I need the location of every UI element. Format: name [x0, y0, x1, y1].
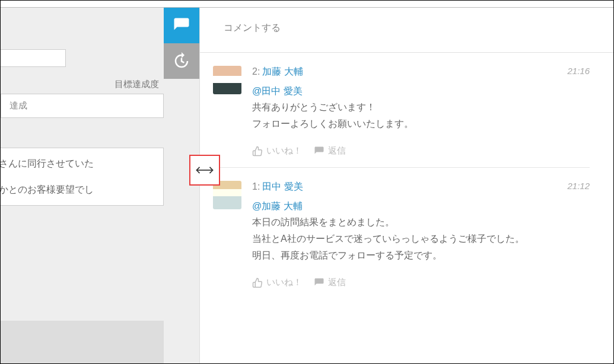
top-bar	[1, 1, 613, 8]
comment-text: 共有ありがとうございます！ フォローよろしくお願いいたします。	[252, 99, 590, 132]
compose-comment[interactable]: コメントする	[200, 8, 613, 52]
comment-number: 2:	[252, 66, 260, 77]
history-tab[interactable]	[164, 43, 199, 79]
like-button[interactable]: いいね！	[252, 277, 302, 288]
history-icon	[173, 52, 190, 70]
left-panel: 目標達成度 達成 さんに同行させていた かとのお客様要望でし	[1, 8, 164, 363]
goal-achievement-value: 達成	[1, 94, 164, 118]
mention-link[interactable]: @田中 愛美	[252, 85, 590, 98]
goal-achievement-label: 目標達成度	[1, 79, 164, 90]
thumbs-up-icon	[252, 146, 263, 157]
left-partial-text: さんに同行させていた かとのお客様要望でし	[0, 148, 164, 206]
avatar	[213, 66, 241, 94]
comments-panel: コメントする 2: 加藤 大輔 21:16 @田中 愛美 共有ありがとうございま…	[200, 8, 613, 363]
reply-icon	[314, 277, 325, 288]
like-button[interactable]: いいね！	[252, 145, 302, 157]
comment-text: 本日の訪問結果をまとめました。 当社とA社のサービスで迷っていらっしゃるようご様…	[252, 214, 590, 264]
side-tabs	[164, 8, 199, 363]
mention-link[interactable]: @加藤 大輔	[252, 200, 590, 213]
like-label: いいね！	[266, 145, 302, 157]
left-footer-strip	[1, 321, 164, 363]
thumbs-up-icon	[252, 277, 263, 288]
comment-timestamp: 21:16	[567, 66, 590, 76]
comment-item: 2: 加藤 大輔 21:16 @田中 愛美 共有ありがとうございます！ フォロー…	[200, 53, 613, 164]
left-field-1[interactable]	[0, 49, 66, 67]
comment-icon	[173, 17, 190, 34]
reply-label: 返信	[328, 145, 346, 157]
reply-icon	[314, 146, 325, 157]
reply-button[interactable]: 返信	[314, 145, 346, 157]
comment-timestamp: 21:12	[567, 181, 590, 191]
resize-handle-highlight[interactable]	[189, 155, 220, 186]
comment-author-link[interactable]: 加藤 大輔	[262, 66, 303, 78]
resize-horizontal-icon	[195, 164, 215, 177]
reply-label: 返信	[328, 277, 346, 288]
comments-tab[interactable]	[164, 8, 199, 43]
comment-author-link[interactable]: 田中 愛美	[262, 181, 303, 193]
comment-item: 1: 田中 愛美 21:12 @加藤 大輔 本日の訪問結果をまとめました。 当社…	[200, 168, 613, 295]
reply-button[interactable]: 返信	[314, 277, 346, 288]
comment-number: 1:	[252, 181, 260, 192]
like-label: いいね！	[266, 277, 302, 288]
